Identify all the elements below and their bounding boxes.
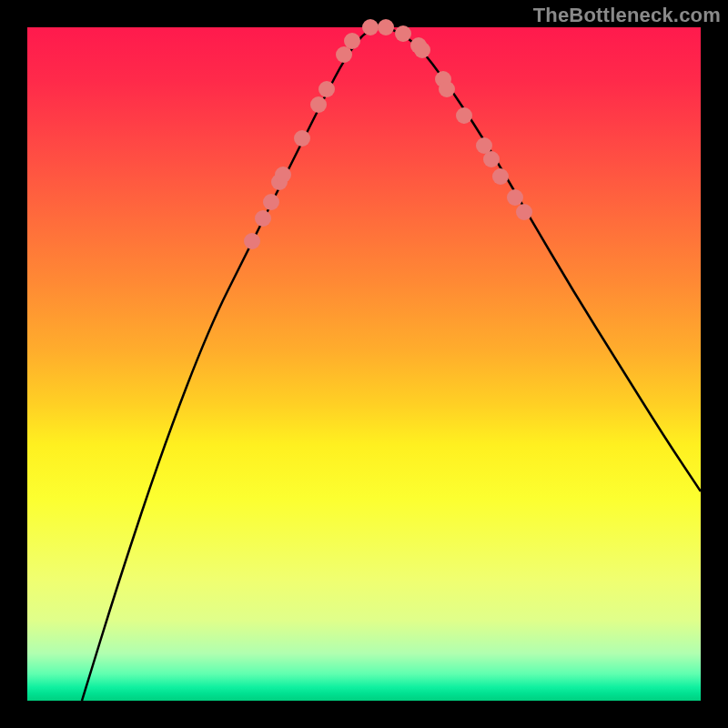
- data-point: [378, 19, 394, 35]
- data-point: [414, 42, 430, 58]
- data-point: [516, 204, 532, 220]
- data-point: [395, 25, 411, 42]
- data-point: [318, 81, 335, 97]
- data-point: [294, 130, 310, 147]
- watermark-text: TheBottleneck.com: [533, 4, 721, 27]
- data-point: [344, 33, 360, 49]
- data-point: [456, 107, 472, 124]
- data-point: [255, 210, 271, 227]
- curve-svg: [27, 27, 701, 701]
- data-point: [310, 96, 327, 113]
- data-point: [275, 167, 291, 183]
- plot-area: [27, 27, 701, 701]
- data-point: [483, 151, 500, 167]
- data-point: [263, 194, 279, 210]
- data-point: [362, 19, 379, 35]
- data-point: [244, 233, 260, 249]
- data-point: [492, 168, 509, 185]
- bottleneck-curve: [82, 27, 701, 701]
- data-point: [439, 81, 455, 97]
- data-point: [507, 189, 523, 206]
